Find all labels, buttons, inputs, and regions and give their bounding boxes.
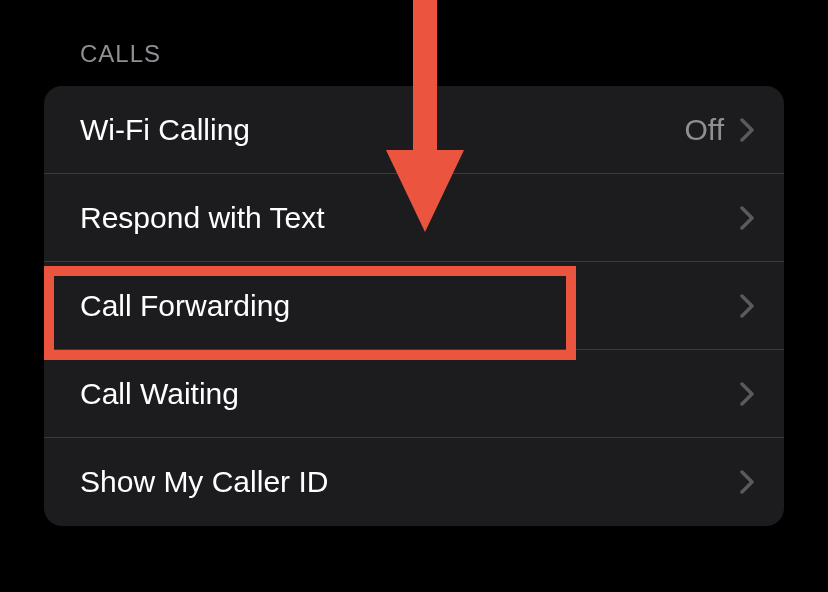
row-right [740,206,754,230]
section-header-calls: CALLS [80,40,784,68]
row-label: Show My Caller ID [80,465,328,499]
row-label: Call Forwarding [80,289,290,323]
row-label: Call Waiting [80,377,239,411]
chevron-right-icon [740,294,754,318]
chevron-right-icon [740,118,754,142]
chevron-right-icon [740,470,754,494]
row-respond-with-text[interactable]: Respond with Text [44,174,784,262]
row-right [740,382,754,406]
row-right: Off [685,113,754,147]
row-call-forwarding[interactable]: Call Forwarding [44,262,784,350]
row-right [740,470,754,494]
chevron-right-icon [740,206,754,230]
row-right [740,294,754,318]
chevron-right-icon [740,382,754,406]
row-label: Wi-Fi Calling [80,113,250,147]
row-wifi-calling[interactable]: Wi-Fi Calling Off [44,86,784,174]
row-value: Off [685,113,724,147]
row-label: Respond with Text [80,201,325,235]
row-show-my-caller-id[interactable]: Show My Caller ID [44,438,784,526]
settings-group-calls: Wi-Fi Calling Off Respond with Text Call… [44,86,784,526]
row-call-waiting[interactable]: Call Waiting [44,350,784,438]
